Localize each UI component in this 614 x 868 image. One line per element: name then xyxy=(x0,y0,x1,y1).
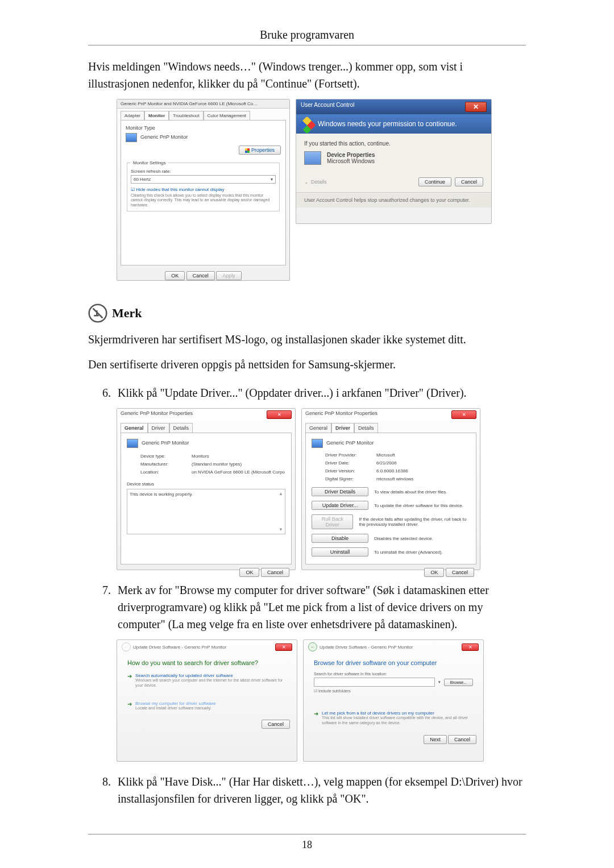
close-icon[interactable]: ✕ xyxy=(275,643,292,651)
tab-driver[interactable]: Driver xyxy=(331,423,354,433)
checkbox-label: Hide modes that this monitor cannot disp… xyxy=(136,187,224,192)
hide-modes-checkbox[interactable]: ☑ Hide modes that this monitor cannot di… xyxy=(131,187,276,192)
v-mfr: (Standard monitor types) xyxy=(192,462,242,467)
option-browse[interactable]: ➔Browse my computer for driver softwareL… xyxy=(127,701,287,711)
tab-general[interactable]: General xyxy=(121,423,148,433)
rule xyxy=(88,45,526,45)
v-signer: microsoft windows xyxy=(376,476,413,481)
browse-button[interactable]: Browse... xyxy=(444,679,473,686)
next-button[interactable]: Next xyxy=(424,735,447,744)
page-header: Bruke programvaren xyxy=(88,28,526,41)
disable-button[interactable]: Disable xyxy=(312,534,368,543)
include-label: Include subfolders xyxy=(318,689,351,693)
cancel-button[interactable]: Cancel xyxy=(455,177,483,186)
close-icon[interactable]: ✕ xyxy=(462,643,479,651)
titlebar: ←Update Driver Software - Generic PnP Mo… xyxy=(304,640,483,654)
uac-footer-text: User Account Control helps stop unauthor… xyxy=(296,192,491,207)
tab-color-management[interactable]: Color Management xyxy=(204,111,250,120)
option-label: Search automatically for updated driver … xyxy=(135,673,233,678)
tab-monitor[interactable]: Monitor xyxy=(144,111,169,120)
v-loc: on NVIDIA GeForce 6600 LE (Microsoft Cor… xyxy=(192,470,285,475)
location-input[interactable] xyxy=(314,678,435,687)
title-text: Generic PnP Monitor Properties xyxy=(121,410,193,419)
monitor-dialog-screenshot: Generic PnP Monitor and NVIDIA GeForce 6… xyxy=(117,99,290,281)
screenshot-row-1: Generic PnP Monitor and NVIDIA GeForce 6… xyxy=(117,99,526,281)
tab-driver[interactable]: Driver xyxy=(148,423,169,433)
ok-button[interactable]: OK xyxy=(165,271,185,280)
chevron-down-icon[interactable]: ▾ xyxy=(438,680,441,684)
tab-details[interactable]: Details xyxy=(169,423,193,433)
step-7: 7. Merk av for "Browse my computer for d… xyxy=(88,582,526,633)
status-text: This device is working properly. xyxy=(130,492,193,497)
uninstall-button[interactable]: Uninstall xyxy=(312,547,368,556)
k-version: Driver Version: xyxy=(325,468,376,474)
properties-driver-screenshot: Generic PnP Monitor Properties✕ General … xyxy=(301,408,480,570)
option-let-me-pick[interactable]: ➔Let me pick from a list of device drive… xyxy=(314,711,473,726)
uninstall-desc: To uninstall the driver (Advanced). xyxy=(374,550,443,555)
tab-troubleshoot[interactable]: Troubleshoot xyxy=(169,111,203,120)
tab-details[interactable]: Details xyxy=(354,423,378,433)
back-icon[interactable]: ← xyxy=(122,642,131,651)
close-icon[interactable]: ✕ xyxy=(451,410,476,419)
v-provider: Microsoft xyxy=(376,452,395,458)
tab-general[interactable]: General xyxy=(305,423,331,433)
uac-program-row: Device Properties Microsoft Windows xyxy=(304,151,483,165)
shield-icon xyxy=(298,116,316,134)
cancel-button[interactable]: Cancel xyxy=(448,735,476,744)
back-icon[interactable]: ← xyxy=(308,642,317,651)
driver-details-desc: To view details about the driver files. xyxy=(374,489,447,495)
step-text: Merk av for "Browse my computer for driv… xyxy=(118,582,526,633)
device-name: Generic PnP Monitor xyxy=(326,440,374,446)
option-label: Let me pick from a list of device driver… xyxy=(322,711,434,716)
k-signer: Digital Signer: xyxy=(325,476,376,481)
update-driver-button[interactable]: Update Driver... xyxy=(312,501,368,510)
title-text: Update Driver Software - Generic PnP Mon… xyxy=(133,645,226,650)
uac-dialog-screenshot: User Account Control✕ Windows needs your… xyxy=(296,99,492,224)
cancel-button[interactable]: Cancel xyxy=(446,568,474,577)
rule xyxy=(88,834,526,834)
cancel-button[interactable]: Cancel xyxy=(186,271,215,280)
close-icon[interactable]: ✕ xyxy=(465,102,487,112)
tab-adapter[interactable]: Adapter xyxy=(121,111,144,120)
include-subfolders-checkbox[interactable]: ☑ Include subfolders xyxy=(314,689,473,693)
cancel-button[interactable]: Cancel xyxy=(261,568,289,577)
apply-button[interactable]: Apply xyxy=(216,271,242,280)
ok-button[interactable]: OK xyxy=(239,568,259,577)
uac-title-text: User Account Control xyxy=(301,102,355,112)
tabs: General Driver Details xyxy=(117,423,295,433)
uac-body: If you started this action, continue. De… xyxy=(296,134,491,192)
properties-label: Properties xyxy=(251,147,275,153)
note-paragraph-1: Skjermdriveren har sertifisert MS-logo, … xyxy=(88,331,526,348)
wizard-heading: Browse for driver software on your compu… xyxy=(314,659,473,666)
panel: Monitor Type Generic PnP Monitor Propert… xyxy=(121,120,286,265)
titlebar: Generic PnP Monitor Properties✕ xyxy=(302,409,480,421)
driver-details-button[interactable]: Driver Details xyxy=(312,487,368,496)
titlebar: ←Update Driver Software - Generic PnP Mo… xyxy=(117,640,297,654)
roll-back-button[interactable]: Roll Back Driver xyxy=(312,514,353,529)
note-heading: Merk xyxy=(88,304,526,323)
search-label: Search for driver software in this locat… xyxy=(314,672,473,676)
cancel-button[interactable]: Cancel xyxy=(262,720,290,729)
step-6: 6. Klikk på "Update Driver..." (Oppdater… xyxy=(88,384,526,401)
refresh-label: Screen refresh rate: xyxy=(131,169,276,174)
k-date: Driver Date: xyxy=(325,460,376,466)
device-name: Generic PnP Monitor xyxy=(142,440,189,446)
status-label: Device status xyxy=(127,481,285,487)
close-icon[interactable]: ✕ xyxy=(267,410,292,419)
uac-message: Windows needs your permission to contion… xyxy=(318,120,457,128)
uac-titlebar: User Account Control✕ xyxy=(296,99,491,114)
details-expander[interactable]: ⌄Details xyxy=(304,179,327,185)
ok-button[interactable]: OK xyxy=(424,568,444,577)
monitor-icon xyxy=(126,133,137,142)
update-driver-desc: To update the driver software for this d… xyxy=(374,503,463,508)
refresh-select[interactable]: 60 Hertz xyxy=(131,175,276,184)
v-type: Monitors xyxy=(192,454,209,459)
continue-button[interactable]: Continue xyxy=(418,177,451,186)
option-auto-search[interactable]: ➔Search automatically for updated driver… xyxy=(127,673,287,688)
wizard-body: How do you want to search for driver sof… xyxy=(117,654,297,716)
titlebar: Generic PnP Monitor Properties✕ xyxy=(117,409,295,421)
properties-button[interactable]: Properties xyxy=(239,146,281,155)
program-publisher: Microsoft Windows xyxy=(327,158,375,164)
step-number: 7. xyxy=(88,582,118,633)
option-label: Browse my computer for driver software xyxy=(135,701,215,706)
